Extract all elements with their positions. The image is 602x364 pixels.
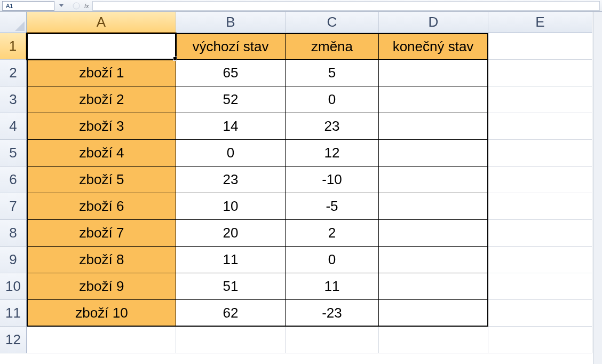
column-header-E[interactable]: E [488,12,592,33]
cell-D3[interactable] [379,86,488,113]
cell-C3[interactable]: 0 [286,86,379,113]
spreadsheet-grid[interactable]: A B C D E 1 výchozí stav změna konečný s… [0,12,602,353]
cell-D9[interactable] [379,247,488,273]
cell-C6[interactable]: -10 [286,167,379,193]
cell-E4[interactable] [488,113,592,140]
cell-B7[interactable]: 10 [176,193,286,220]
cell-D4[interactable] [379,113,488,140]
cell-D6[interactable] [379,167,488,193]
cell-C12[interactable] [286,327,379,353]
cell-B11[interactable]: 62 [176,300,286,327]
cell-E6[interactable] [488,167,592,193]
cell-B4[interactable]: 14 [176,113,286,140]
column-header-A[interactable]: A [27,12,176,33]
select-all-corner[interactable] [0,12,27,33]
cell-A10[interactable]: zboží 9 [27,273,176,300]
cell-C10[interactable]: 11 [286,273,379,300]
cell-A6[interactable]: zboží 5 [27,167,176,193]
cell-E11[interactable] [488,300,592,327]
cell-D7[interactable] [379,193,488,220]
cell-E9[interactable] [488,247,592,273]
cell-A3[interactable]: zboží 2 [27,86,176,113]
cell-D10[interactable] [379,273,488,300]
cell-B1[interactable]: výchozí stav [176,33,286,60]
cell-C8[interactable]: 2 [286,220,379,247]
row-header-9[interactable]: 9 [0,247,27,273]
cell-A2[interactable]: zboží 1 [27,60,176,86]
row-header-10[interactable]: 10 [0,273,27,300]
cell-E5[interactable] [488,140,592,167]
cancel-formula-icon [70,1,82,11]
cell-B8[interactable]: 20 [176,220,286,247]
cell-A12[interactable] [27,327,176,353]
row-header-11[interactable]: 11 [0,300,27,327]
column-header-B[interactable]: B [176,12,286,33]
formula-bar: A1 fx [0,0,602,12]
cell-D1[interactable]: konečný stav [379,33,488,60]
cell-E1[interactable] [488,33,592,60]
column-header-C[interactable]: C [286,12,379,33]
cell-B9[interactable]: 11 [176,247,286,273]
row-header-8[interactable]: 8 [0,220,27,247]
name-box-value: A1 [6,3,13,9]
cell-B10[interactable]: 51 [176,273,286,300]
row-header-6[interactable]: 6 [0,167,27,193]
cell-A1[interactable] [27,33,176,60]
vertical-scrollbar[interactable] [593,12,602,364]
cell-B5[interactable]: 0 [176,140,286,167]
cell-C2[interactable]: 5 [286,60,379,86]
cell-C5[interactable]: 12 [286,140,379,167]
cell-E3[interactable] [488,86,592,113]
row-header-4[interactable]: 4 [0,113,27,140]
cell-E8[interactable] [488,220,592,247]
cell-A8[interactable]: zboží 7 [27,220,176,247]
row-header-5[interactable]: 5 [0,140,27,167]
formula-input[interactable] [92,1,600,11]
cell-B3[interactable]: 52 [176,86,286,113]
cell-A4[interactable]: zboží 3 [27,113,176,140]
cell-C7[interactable]: -5 [286,193,379,220]
cell-E10[interactable] [488,273,592,300]
cell-D11[interactable] [379,300,488,327]
row-header-2[interactable]: 2 [0,60,27,86]
cell-B2[interactable]: 65 [176,60,286,86]
cell-D12[interactable] [379,327,488,353]
cell-C1[interactable]: změna [286,33,379,60]
svg-point-0 [73,3,80,9]
cell-D8[interactable] [379,220,488,247]
cell-A5[interactable]: zboží 4 [27,140,176,167]
cell-A7[interactable]: zboží 6 [27,193,176,220]
cell-E7[interactable] [488,193,592,220]
cell-A11[interactable]: zboží 10 [27,300,176,327]
cell-C11[interactable]: -23 [286,300,379,327]
row-header-1[interactable]: 1 [0,33,27,60]
cell-D2[interactable] [379,60,488,86]
cell-A9[interactable]: zboží 8 [27,247,176,273]
name-box[interactable]: A1 [2,1,54,11]
cell-E12[interactable] [488,327,592,353]
cell-C4[interactable]: 23 [286,113,379,140]
cell-B6[interactable]: 23 [176,167,286,193]
cell-E2[interactable] [488,60,592,86]
cell-D5[interactable] [379,140,488,167]
fx-label[interactable]: fx [84,3,89,9]
column-header-D[interactable]: D [379,12,488,33]
row-header-7[interactable]: 7 [0,193,27,220]
row-header-3[interactable]: 3 [0,86,27,113]
name-box-dropdown-icon[interactable] [58,4,65,7]
row-header-12[interactable]: 12 [0,327,27,353]
cell-C9[interactable]: 0 [286,247,379,273]
cell-B12[interactable] [176,327,286,353]
